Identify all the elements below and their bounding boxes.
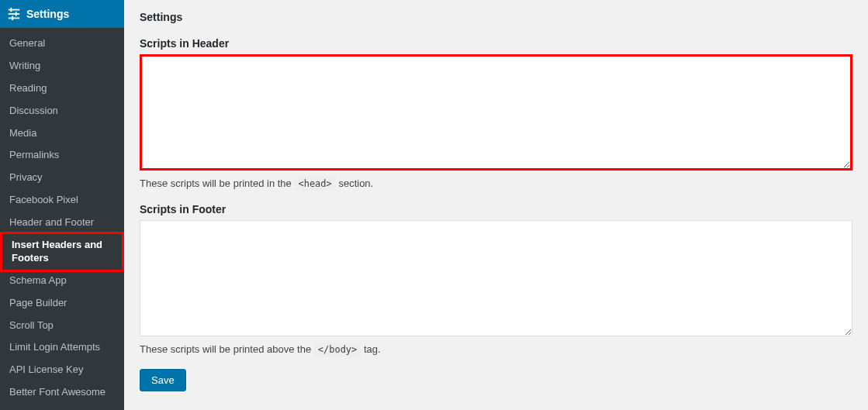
current-section-arrow-icon	[124, 8, 130, 20]
sidebar-item-limit-login-attempts[interactable]: Limit Login Attempts	[0, 336, 124, 359]
sidebar-item-label: Permalinks	[9, 149, 59, 160]
svg-rect-4	[16, 12, 17, 16]
sidebar-item-page-builder[interactable]: Page Builder	[0, 292, 124, 315]
scripts-in-footer-textarea[interactable]	[140, 220, 852, 336]
sidebar-item-label: General	[9, 37, 45, 49]
sidebar-item-scroll-top[interactable]: Scroll Top	[0, 315, 124, 337]
sliders-icon	[6, 6, 22, 22]
sidebar-item-privacy[interactable]: Privacy	[0, 167, 124, 189]
sidebar-item-permalinks[interactable]: Permalinks	[0, 144, 124, 167]
sidebar-item-label: API License Key	[9, 363, 83, 375]
sidebar-item-api-license-key[interactable]: API License Key	[0, 359, 124, 381]
sidebar-item-discussion[interactable]: Discussion	[0, 100, 124, 122]
sidebar-item-header-and-footer[interactable]: Header and Footer	[0, 212, 124, 234]
scripts-in-header-textarea[interactable]	[140, 54, 852, 171]
sidebar-item-facebook-pixel[interactable]: Facebook Pixel	[0, 189, 124, 212]
highlight-box: Insert Headers and Footers	[0, 232, 124, 272]
svg-rect-0	[9, 9, 19, 11]
scripts-in-header-label: Scripts in Header	[140, 37, 852, 50]
scripts-in-header-description: These scripts will be printed in the <he…	[140, 177, 852, 189]
sidebar-section-label: Settings	[26, 8, 69, 20]
svg-rect-5	[12, 16, 13, 20]
sidebar-item-ssl[interactable]: SSL	[0, 404, 124, 410]
sidebar-item-label: Better Font Awesome	[9, 386, 105, 398]
scripts-in-header-block: Scripts in Header These scripts will be …	[140, 37, 852, 189]
main-content: Settings Scripts in Header These scripts…	[124, 0, 868, 410]
description-text: These scripts will be printed above the	[140, 343, 314, 355]
sidebar-item-label: Page Builder	[9, 297, 67, 308]
svg-rect-1	[9, 13, 19, 15]
description-code: <head>	[294, 177, 335, 191]
sidebar-item-insert-headers-and-footers[interactable]: Insert Headers and Footers	[2, 234, 122, 270]
scripts-in-footer-block: Scripts in Footer These scripts will be …	[140, 203, 852, 355]
svg-rect-3	[11, 8, 12, 12]
sidebar-item-label: Header and Footer	[9, 216, 94, 228]
sidebar-item-reading[interactable]: Reading	[0, 78, 124, 100]
sidebar-item-writing[interactable]: Writing	[0, 55, 124, 78]
sidebar-item-label: Insert Headers and Footers	[12, 239, 102, 264]
save-button[interactable]: Save	[140, 369, 186, 391]
sidebar-section-settings[interactable]: Settings	[0, 0, 124, 28]
sidebar-item-better-font-awesome[interactable]: Better Font Awesome	[0, 381, 124, 404]
sidebar-item-label: Privacy	[9, 171, 43, 183]
page-title: Settings	[124, 0, 868, 29]
sidebar-item-label: Discussion	[9, 105, 58, 116]
description-text: These scripts will be printed in the	[140, 177, 294, 189]
sidebar-item-label: Facebook Pixel	[9, 194, 78, 205]
sidebar-item-label: Reading	[9, 82, 47, 94]
admin-sidebar: Settings General Writing Reading Discuss…	[0, 0, 124, 410]
description-text: tag.	[361, 343, 380, 355]
description-code: </body>	[314, 343, 361, 357]
sidebar-item-label: Scroll Top	[9, 319, 54, 331]
scripts-in-footer-description: These scripts will be printed above the …	[140, 343, 852, 355]
svg-rect-2	[9, 18, 19, 19]
sidebar-item-label: Writing	[9, 60, 40, 71]
sidebar-submenu: General Writing Reading Discussion Media…	[0, 28, 124, 410]
sidebar-item-label: Schema App	[9, 274, 67, 286]
description-text: section.	[336, 177, 373, 189]
sidebar-item-general[interactable]: General	[0, 33, 124, 55]
form-content: Scripts in Header These scripts will be …	[124, 29, 868, 407]
sidebar-item-media[interactable]: Media	[0, 122, 124, 145]
sidebar-item-label: Limit Login Attempts	[9, 341, 100, 353]
sidebar-item-label: Media	[9, 127, 36, 139]
sidebar-item-schema-app[interactable]: Schema App	[0, 270, 124, 292]
scripts-in-footer-label: Scripts in Footer	[140, 203, 852, 215]
